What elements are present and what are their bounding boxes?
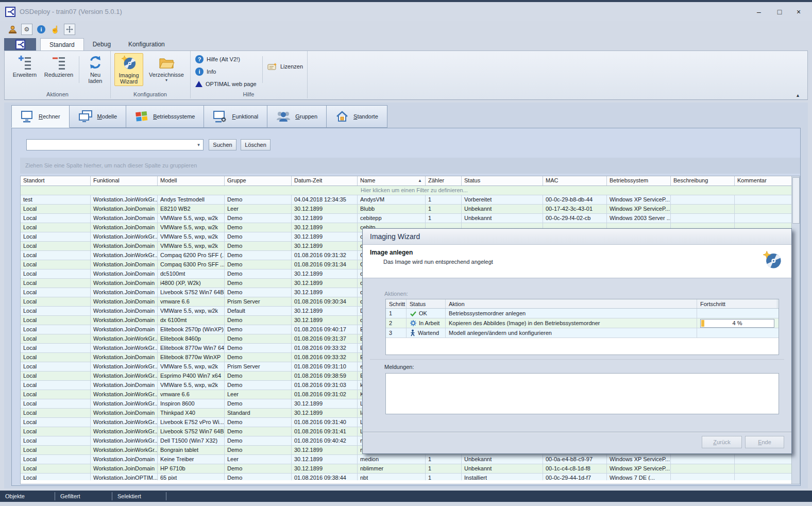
tab-betriebssysteme[interactable]: Betriebssysteme (126, 105, 204, 128)
table-row[interactable]: LocalWorkstation.JoinDomainKeine Treiber… (21, 455, 800, 464)
table-row[interactable]: testWorkstation.JoinWorkGr...Andys Testm… (21, 195, 800, 205)
column-header-z-hler[interactable]: Zähler (426, 176, 462, 185)
tab-funktional[interactable]: Funktional (204, 105, 267, 128)
column-header-beschreibung[interactable]: Beschreibung (671, 176, 735, 185)
column-header-kommentar[interactable]: Kommentar (735, 176, 792, 185)
tab-standorte[interactable]: Standorte (327, 105, 387, 128)
cell: 04.04.2018 12:34:35 (292, 195, 358, 204)
cell: Local (21, 464, 91, 473)
neu-laden-button[interactable]: Neu laden (83, 53, 108, 86)
tab-modelle[interactable]: Modelle (70, 105, 127, 128)
cell: 1 (426, 205, 462, 213)
table-row[interactable]: LocalWorkstation.JoinDomainVMWare 5.5, w… (21, 214, 800, 223)
cell: 00-1c-c4-c8-1d-f8 (543, 464, 607, 473)
settings-gear-icon[interactable]: ⚙ (21, 24, 32, 35)
hilfe-link[interactable]: ? Hilfe (Alt V2!) (195, 54, 240, 64)
column-header-name[interactable]: Name▲ (358, 176, 426, 185)
collapse-ribbon-icon[interactable]: ▴ (797, 92, 799, 98)
imaging-wizard-button[interactable]: Imaging Wizard (114, 53, 143, 86)
column-header-status[interactable]: Status (462, 176, 543, 185)
app-menu-button[interactable] (4, 38, 36, 51)
messages-box[interactable] (385, 373, 779, 414)
cell: Demo (225, 399, 292, 408)
cell: Esprimo P400 Win7 x64 (158, 372, 225, 380)
cell: Unbekannt (462, 214, 543, 223)
dialog-header: Image anlegen Das Image wird nun entspre… (363, 245, 791, 278)
combo-dropdown-icon[interactable]: ▾ (194, 140, 203, 150)
cell: Demo (225, 353, 292, 362)
cell: 30.12.1899 (292, 316, 358, 325)
search-combobox[interactable]: ▾ (26, 139, 204, 150)
search-input[interactable] (28, 140, 194, 150)
wizard-step-row[interactable]: 3WartendModell anlegen/ändern und konfig… (386, 328, 779, 338)
erweitern-button[interactable]: Erweitern (10, 53, 40, 86)
cell: Windows XP ServiceP... (607, 455, 671, 464)
vertical-scrollbar[interactable] (791, 176, 800, 484)
zurueck-button[interactable]: Zurück (702, 436, 742, 448)
column-header-funktional[interactable]: Funktional (91, 176, 158, 185)
cell: 01.08.2016 09:31:41 (292, 427, 358, 436)
grid-filter-row[interactable]: Hier klicken um einen Filter zu definier… (21, 186, 800, 195)
reduzieren-button[interactable]: Reduzieren (44, 53, 74, 86)
table-row[interactable]: LocalWorkstation.JoinDomainE8210 WB2Leer… (21, 205, 800, 214)
scrollbar-thumb[interactable] (792, 177, 800, 224)
cell: Local (21, 399, 91, 408)
wizard-step-row[interactable]: 2In ArbeitKopieren des Abbildes (Image) … (386, 318, 779, 328)
quick-access-toolbar: ⚙ i ☝ (7, 23, 75, 36)
lizenzen-button[interactable]: Lizenzen (267, 62, 303, 71)
column-header-datum-zeit[interactable]: Datum-Zeit (292, 176, 358, 185)
tab-konfiguration[interactable]: Konfiguration (120, 38, 174, 51)
cell: Blubb (358, 205, 426, 213)
verzeichnisse-button[interactable]: Verzeichnisse ▾ (145, 53, 188, 86)
table-row[interactable]: LocalWorkstation.JoinDomainHP 6710bDemo3… (21, 464, 800, 474)
cell: Local (21, 436, 91, 445)
cell: Workstation.JoinDomain (91, 223, 158, 232)
monitor-icon (21, 110, 34, 123)
cell: 30.12.1899 (292, 269, 358, 278)
progress-bar: 4 % (700, 319, 774, 328)
osdeploy-window: OSDeploy - train07 (Version 5.0.1) – □ ×… (0, 0, 812, 506)
column-header-mac[interactable]: MAC (543, 176, 607, 185)
cell: Local (21, 409, 91, 417)
cell: 01.08.2016 09:31:02 (292, 390, 358, 399)
table-row[interactable]: LocalWorkstation.JoinOPTIM...65 pixtDemo… (21, 474, 800, 480)
wizard-step-row[interactable]: 1OKBetriebssystemordner anlegen (386, 309, 779, 318)
tab-standard[interactable]: Standard (40, 38, 84, 51)
suchen-button[interactable]: Suchen (209, 139, 236, 150)
cell: vmware 6.6 (158, 390, 225, 399)
cell: 01.08.2016 09:31:34 (292, 260, 358, 269)
cell: Bongrain tablet (158, 446, 225, 454)
minimize-button[interactable]: – (751, 6, 767, 18)
optimal-webpage-link[interactable]: OPTIMAL web page (195, 79, 257, 89)
loeschen-button[interactable]: Löschen (241, 139, 270, 150)
cell (735, 214, 792, 223)
steps-column-header: Fortschritt (697, 299, 777, 308)
admin-user-icon[interactable] (7, 24, 18, 35)
cell: nbt (358, 474, 426, 480)
cell: 30.12.1899 (292, 455, 358, 464)
column-header-modell[interactable]: Modell (158, 176, 225, 185)
ende-button[interactable]: Ende (745, 436, 784, 448)
info-link[interactable]: i Info (195, 66, 216, 77)
grid-header-row: StandortFunktionalModellGruppeDatum-Zeit… (21, 176, 800, 186)
cell: AndysVM (358, 195, 426, 204)
cell: Local (21, 334, 91, 343)
cell: Thinkpad X40 (158, 409, 225, 417)
cell: Local (21, 307, 91, 315)
step-action: Betriebssystemordner anlegen (446, 309, 697, 318)
maximize-button[interactable]: □ (772, 6, 787, 18)
column-header-standort[interactable]: Standort (21, 176, 91, 185)
info-icon[interactable]: i (36, 24, 46, 35)
hand-pointer-icon[interactable]: ☝ (50, 24, 60, 35)
cell: test (21, 195, 91, 204)
cell: Workstation.JoinDomain (91, 455, 158, 464)
move-arrows-icon[interactable] (64, 24, 75, 35)
tab-debug[interactable]: Debug (84, 38, 120, 51)
step-action: Modell anlegen/ändern und konfigurieren (446, 328, 697, 338)
tab-rechner[interactable]: Rechner (11, 105, 70, 128)
column-header-gruppe[interactable]: Gruppe (225, 176, 292, 185)
close-button[interactable]: × (791, 6, 806, 18)
column-header-betriebssystem[interactable]: Betriebssystem (607, 176, 671, 185)
group-by-drop-area[interactable]: Ziehen Sie eine Spalte hierher, um nach … (20, 158, 800, 174)
tab-gruppen[interactable]: Gruppen (267, 105, 327, 128)
